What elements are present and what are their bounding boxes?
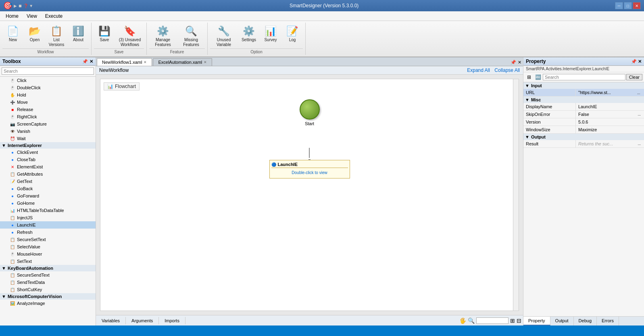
maximize-button[interactable]: □: [624, 2, 632, 9]
list-item[interactable]: ●GoForward: [0, 192, 96, 200]
search-input[interactable]: [2, 67, 94, 75]
survey-label: Survey: [264, 38, 277, 42]
close-button[interactable]: ✕: [633, 2, 641, 9]
ribbon-new-button[interactable]: 📄 New: [2, 23, 23, 48]
prop-sort-category-button[interactable]: ⊞: [525, 73, 533, 81]
bottom-search-input[interactable]: [476, 317, 509, 324]
prop-result-expand[interactable]: ...: [637, 142, 642, 146]
canvas-area[interactable]: 📊 Flowchart Start ▼ 🔵: [96, 75, 523, 315]
list-item[interactable]: ✕ElementExist: [0, 163, 96, 170]
property-close-icon[interactable]: ✕: [638, 59, 642, 64]
tab-close-workflow1[interactable]: ✕: [144, 60, 147, 64]
prop-row-version[interactable]: Version 5.0.6: [523, 118, 644, 126]
prop-section-output[interactable]: ▼ Output: [523, 134, 644, 140]
list-item-launchie[interactable]: ●LaunchIE: [0, 221, 96, 229]
prop-row-windowsize[interactable]: WindowSize Maximize: [523, 126, 644, 134]
list-versions-icon: 📋: [50, 25, 63, 37]
list-item[interactable]: ➕Move: [0, 99, 96, 106]
tab-close-excel[interactable]: ✕: [204, 60, 207, 64]
expand-all-button[interactable]: Expand All: [467, 67, 490, 73]
ribbon-survey-button[interactable]: 📊 Survey: [260, 23, 281, 48]
ribbon-unsaved-button[interactable]: 🔖 (3) Unsaved Workflows: [116, 23, 144, 48]
prop-row-skiponerror[interactable]: SkipOnError False ...: [523, 111, 644, 118]
list-item[interactable]: 📋SecureSendText: [0, 271, 96, 279]
bottom-tab-imports[interactable]: Imports: [159, 317, 185, 324]
list-item[interactable]: 📷ScreenCapture: [0, 120, 96, 128]
toolbox-category-ie[interactable]: ▼ InternetExplorer: [0, 142, 96, 149]
prop-tab-debug[interactable]: Debug: [574, 317, 597, 326]
list-item[interactable]: ■Release: [0, 106, 96, 113]
collapse-all-button[interactable]: Collapse All: [494, 67, 520, 73]
bottom-export-icon[interactable]: ⊟: [517, 317, 521, 324]
bottom-view-icon[interactable]: ⊞: [510, 317, 515, 324]
list-item[interactable]: 📋SelectValue: [0, 243, 96, 250]
prop-tab-output[interactable]: Output: [550, 317, 574, 326]
ribbon-about-button[interactable]: ℹ️ About: [68, 23, 89, 48]
property-pin-icon[interactable]: 📌: [631, 59, 637, 64]
minimize-button[interactable]: ─: [615, 2, 623, 9]
list-item[interactable]: ⏰Wait: [0, 135, 96, 142]
ribbon-save-button[interactable]: 💾 Save: [94, 23, 115, 48]
property-clear-button[interactable]: Clear: [626, 74, 642, 80]
prop-tab-errors[interactable]: Errors: [597, 317, 619, 326]
toolbox-category-keyboard[interactable]: ▼ KeyBoardAutomation: [0, 265, 96, 271]
prop-value-result[interactable]: Returns the suc... ...: [576, 140, 644, 147]
ribbon-list-versions-button[interactable]: 📋 List Versions: [46, 23, 67, 48]
list-item[interactable]: 🖼️AnalyzeImage: [0, 300, 96, 307]
list-item[interactable]: 📋ShortCutKey: [0, 286, 96, 293]
list-item[interactable]: 📋SendTextData: [0, 279, 96, 286]
prop-tab-property[interactable]: Property: [523, 317, 550, 326]
prop-value-skiponerror[interactable]: False ...: [576, 111, 644, 118]
bottom-tab-arguments[interactable]: Arguments: [126, 317, 159, 324]
list-item[interactable]: 🖱️MouseHover: [0, 250, 96, 258]
canvas-scrollbar[interactable]: [513, 79, 519, 311]
menu-view[interactable]: View: [23, 13, 41, 20]
list-item[interactable]: ✋Hold: [0, 91, 96, 99]
list-item[interactable]: 📋SetText: [0, 258, 96, 265]
ribbon-open-button[interactable]: 📂 Open: [24, 23, 45, 48]
list-item[interactable]: 🖱️Click: [0, 77, 96, 84]
list-item[interactable]: 📝GetText: [0, 178, 96, 185]
list-item[interactable]: 📋SecureSetText: [0, 236, 96, 243]
prop-row-result[interactable]: Result Returns the suc... ...: [523, 140, 644, 148]
list-item[interactable]: 📊HTMLTableToDataTable: [0, 207, 96, 214]
list-item[interactable]: 📋InjectJS: [0, 214, 96, 221]
list-item[interactable]: ●CloseTab: [0, 156, 96, 163]
ribbon-missing-features-button[interactable]: 🔍 Missing Features: [177, 23, 205, 48]
prop-section-input[interactable]: ▼ Input: [523, 82, 644, 89]
list-item[interactable]: ●Refresh: [0, 229, 96, 236]
property-search-input[interactable]: [543, 74, 625, 80]
prop-url-expand-button[interactable]: ...: [636, 91, 641, 95]
tab-pin-icon[interactable]: 📌: [511, 60, 516, 65]
launch-node[interactable]: 🔵 LaunchIE Double-click to view: [269, 160, 350, 178]
ribbon-manage-features-button[interactable]: ⚙️ Manage Features: [149, 23, 177, 48]
prop-value-url[interactable]: ...: [576, 89, 644, 96]
prop-sort-alpha-button[interactable]: 🔤: [534, 73, 542, 81]
list-item[interactable]: ●ClickEvent: [0, 149, 96, 156]
bottom-tab-variables[interactable]: Variables: [96, 317, 126, 324]
prop-skiponerror-expand[interactable]: ...: [637, 112, 642, 116]
list-item[interactable]: ●GoHome: [0, 200, 96, 207]
toolbox-close-icon[interactable]: ✕: [90, 59, 93, 64]
menu-execute[interactable]: Execute: [41, 13, 67, 20]
ribbon-unused-variable-button[interactable]: 🔧 Unused Variable: [210, 23, 238, 48]
list-item[interactable]: 👁️Vanish: [0, 128, 96, 135]
toolbox-pin-icon[interactable]: 📌: [82, 59, 88, 64]
ribbon-settings-button[interactable]: ⚙️ Settings: [238, 23, 259, 48]
doc-tab-excel[interactable]: ExcelAutomation.xaml ✕: [153, 58, 212, 66]
prop-section-misc[interactable]: ▼ Misc: [523, 97, 644, 103]
launch-box[interactable]: 🔵 LaunchIE Double-click to view: [269, 160, 350, 178]
ribbon-log-button[interactable]: 📝 Log: [282, 23, 303, 48]
list-item[interactable]: 🖱️RightClick: [0, 113, 96, 120]
list-item[interactable]: ●GoBack: [0, 185, 96, 192]
tab-close-icon[interactable]: ✕: [518, 60, 521, 65]
toolbox-category-mcv[interactable]: ▼ MicrosoftComputerVision: [0, 293, 96, 300]
prop-row-url[interactable]: URL ...: [523, 89, 644, 97]
prop-url-input[interactable]: [578, 90, 635, 95]
bottom-search-icon[interactable]: 🔍: [468, 317, 475, 324]
list-item[interactable]: 🖱️DoubleClick: [0, 84, 96, 91]
menu-home[interactable]: Home: [2, 13, 23, 20]
list-item[interactable]: 📋GetAttributes: [0, 170, 96, 178]
prop-row-displayname[interactable]: DisplayName LaunchIE: [523, 103, 644, 111]
doc-tab-workflow1[interactable]: NewWorkflow1.xaml ✕: [97, 58, 152, 66]
